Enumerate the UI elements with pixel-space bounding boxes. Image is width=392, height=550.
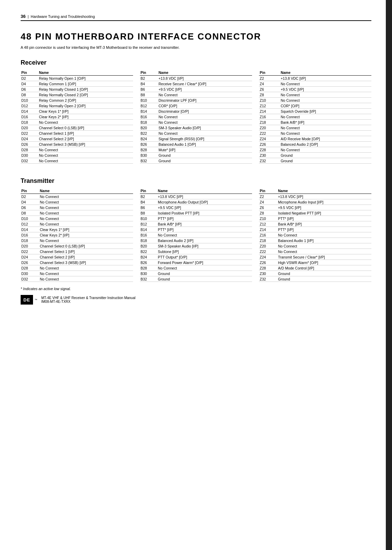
pin-number: B8 [140,210,157,216]
pin-number: D18 [21,120,38,125]
table-row: Z22No Connect [259,131,371,136]
table-row: D30No Connect [21,271,133,276]
table-row: Z10PTT* [I/P] [259,216,371,221]
footer-line2: IM08-MT-4E-TXRX [41,300,135,304]
transmitter-col2-pin-header: Pin [140,188,157,194]
pin-name: No Connect [39,276,133,282]
pin-number: D16 [21,114,38,120]
pin-number: B16 [140,232,157,238]
pin-name: +13.8 VDC [I/P] [157,194,252,199]
pin-name: No Connect [280,92,371,98]
pin-number: Z16 [259,114,280,120]
table-row: Z2+13.8 VDC [I/P] [259,194,371,199]
pin-number: Z24 [259,254,277,260]
pin-number: D22 [21,249,39,254]
pin-number: D4 [21,199,39,205]
table-row: B30Ground [140,271,252,276]
pin-number: D14 [21,109,38,114]
page-header: 36 | Hardware Tuning and Troubleshooting [21,14,371,21]
pin-name: No Connect [280,147,371,153]
receiver-tables: Pin Name D2Relay Normally Open 1 [O/P]D4… [21,70,371,164]
transmitter-heading: Transmitter [21,177,371,185]
table-row: B16No Connect [140,232,252,238]
pin-number: D30 [21,153,38,158]
table-row: B6+9.5 VDC [I/P] [140,205,252,210]
pin-name: +9.5 VDC [I/P] [157,205,252,210]
pin-name: Discriminator LPF [O/P] [158,98,252,103]
pin-name: No Connect [38,158,133,164]
table-row: B10PTT* [I/P] [140,216,252,221]
pin-name: No Connect [280,81,371,87]
pin-name: +13.8 VDC [I/P] [280,76,371,81]
pin-name: PTT Output* [O/P] [157,254,252,260]
table-row: B8No Connect [140,92,252,98]
table-row: B12COR* [O/P] [140,103,252,109]
table-row: D18No Connect [21,120,133,125]
pin-number: Z14 [259,109,280,114]
table-row: B24Signal Strength (RSSI) [O/P] [140,136,252,142]
pin-number: Z32 [259,158,280,164]
pin-number: D26 [21,260,39,265]
table-row: B28No Connect [140,265,252,271]
table-row: B22No Connect [140,131,252,136]
table-row: D2Relay Normally Open 1 [O/P] [21,76,133,81]
pin-number: B20 [140,125,158,131]
pin-name: +9.5 VDC [I/P] [277,205,371,210]
pin-number: B22 [140,131,158,136]
pin-number: D24 [21,136,38,142]
pin-number: Z10 [259,216,277,221]
pin-name: Isolated Negative PTT [I/P] [277,210,371,216]
pin-name: No Connect [280,125,371,131]
table-row: D24Channel Select 2 [I/P] [21,254,133,260]
section-title: Hardware Tuning and Troubleshooting [31,14,95,19]
pin-number: Z30 [259,153,280,158]
table-row: D20Channel Select 0 (LSB) [I/P] [21,125,133,131]
pin-number: Z28 [259,147,280,153]
table-row: D26Channel Select 3 (MSB) [I/P] [21,142,133,147]
table-row: Z8No Connect [259,92,371,98]
table-row: D14Clear Keys 1* [I/P] [21,227,133,232]
table-row: D28No Connect [21,147,133,153]
pin-name: Ground [277,276,371,282]
pin-name: Balanced Audio 1 [O/P] [158,142,252,147]
pin-number: Z26 [259,142,280,147]
table-row: D14Clear Keys 1* [I/P] [21,109,133,114]
pin-number: Z2 [259,76,280,81]
table-row: Z26Balanced Audio 2 [O/P] [259,142,371,147]
pin-name: No Connect [39,205,133,210]
transmitter-col3-name-header: Name [277,188,371,194]
pin-number: B26 [140,260,157,265]
page-title: 48 PIN MOTHERBOARD INTERFACE CONNECTOR [21,31,371,42]
pin-name: Receive Secure / Clear* [O/P] [158,81,252,87]
pin-name: COR* [O/P] [158,103,252,109]
pin-name: Bank A/B* [I/P] [157,221,252,227]
pin-number: Z6 [259,205,277,210]
pin-number: D26 [21,142,38,147]
pin-name: Mute* [I/P] [158,147,252,153]
pin-number: Z14 [259,227,277,232]
table-row: Z30Ground [259,153,371,158]
pin-number: D20 [21,243,39,249]
table-row: D24Channel Select 2 [I/P] [21,136,133,142]
pin-number: Z8 [259,92,280,98]
table-row: B8Isolated Positive PTT [I/P] [140,210,252,216]
table-row: D10No Connect [21,216,133,221]
pin-number: Z2 [259,194,277,199]
pin-name: No Connect [277,232,371,238]
pin-name: No Connect [158,92,252,98]
pin-number: D6 [21,205,39,210]
pin-number: B26 [140,142,158,147]
pin-number: Z16 [259,232,277,238]
pin-number: D10 [21,216,39,221]
pin-name: +13.8 VDC [I/P] [277,194,371,199]
table-row: Z20No Connect [259,243,371,249]
pin-name: Ground [157,271,252,276]
table-row: Z8Isolated Negative PTT [I/P] [259,210,371,216]
receiver-table-col2: Pin Name B2+13.8 VDC [I/P]B4Receive Secu… [140,70,252,164]
pin-number: Z26 [259,260,277,265]
footer-line1: MT-4E VHF & UHF Receiver & Transmitter I… [41,296,135,300]
table-row: B16No Connect [140,114,252,120]
table-row: Z30Ground [259,271,371,276]
table-row: D16Clear Keys 2* [I/P] [21,232,133,238]
table-row: D30No Connect [21,153,133,158]
